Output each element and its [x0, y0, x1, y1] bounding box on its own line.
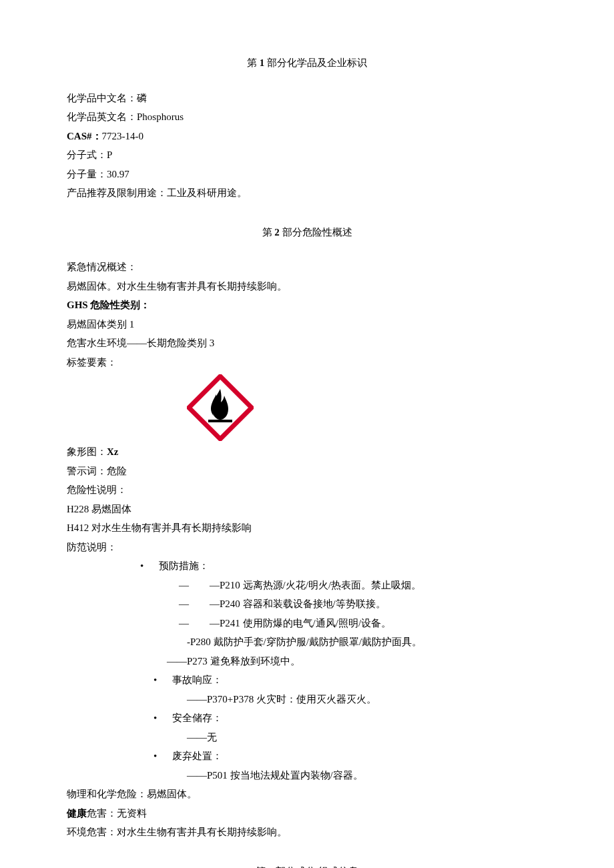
p370: ——P370+P378 火灾时：使用灭火器灭火。	[187, 690, 547, 709]
ghs-category-2: 危害水生环境——长期危险类别 3	[67, 334, 547, 353]
cn-name-label: 化学品中文名：	[67, 93, 137, 103]
health-rest: 危害：无资料	[87, 808, 147, 819]
p501: ——P501 按当地法规处置内装物/容器。	[187, 766, 547, 785]
dash-icon: —	[179, 594, 210, 614]
storage-item: •安全储存： ——无	[154, 709, 547, 747]
section3-heading: 第 3 部分成分/组成信息	[67, 862, 547, 869]
formula-label: 分子式：	[67, 149, 107, 160]
pictogram-label: 象形图：	[67, 446, 107, 457]
use-label: 产品推荐及限制用途：	[67, 187, 167, 198]
heading-post: 部分化学品及企业标识	[264, 57, 367, 68]
p210: ——P210 远离热源/火花/明火/热表面。禁止吸烟。	[179, 576, 547, 595]
mw-value: 30.97	[107, 169, 129, 179]
heading-num: 2	[274, 227, 280, 238]
env-label: 环境危害：	[67, 827, 117, 837]
label-elements: 标签要素：	[67, 353, 547, 372]
pictogram-code: Xz	[107, 446, 119, 457]
ghs-flammable-pictogram	[187, 374, 547, 441]
product-use: 产品推荐及限制用途：工业及科研用途。	[67, 183, 547, 203]
use-value: 工业及科研用途。	[167, 187, 247, 198]
heading-pre: 第	[247, 57, 260, 68]
cas-value: 7723-14-0	[102, 131, 144, 141]
dash-icon: —	[179, 576, 210, 595]
mw-label: 分子量：	[67, 169, 107, 179]
flame-icon	[187, 374, 254, 441]
cn-name-value: 磷	[137, 93, 147, 103]
en-name-value: Phosphorus	[137, 111, 184, 122]
p241: ——P241 使用防爆的电气/通风/照明/设备。	[179, 614, 547, 633]
heading-post: 部分危险性概述	[280, 227, 352, 238]
section1-heading: 第 1 部分化学品及企业标识	[67, 53, 547, 73]
phys-label: 物理和化学危险：	[67, 789, 147, 799]
response-label: 事故响应：	[172, 675, 222, 685]
bullet-icon: •	[154, 671, 172, 690]
health-hazard: 健康危害：无资料	[67, 804, 547, 823]
signal-value: 危险	[107, 466, 127, 476]
storage-value: ——无	[187, 728, 547, 747]
precaution-label: 防范说明：	[67, 538, 547, 557]
signal-label: 警示词：	[67, 466, 107, 476]
bullet-icon: •	[154, 709, 172, 728]
cas-label: CAS#：	[67, 131, 102, 141]
ghs-category-label: GHS 危险性类别：	[67, 296, 547, 315]
section2-heading: 第 2 部分危险性概述	[67, 223, 547, 242]
p273: ——P273 避免释放到环境中。	[167, 652, 547, 671]
response-item: •事故响应： ——P370+P378 火灾时：使用灭火器灭火。	[154, 671, 547, 709]
cas-number: CAS#：7723-14-0	[67, 127, 547, 146]
p280: -P280 戴防护手套/穿防护服/戴防护眼罩/戴防护面具。	[187, 632, 547, 652]
h228: H228 易燃固体	[67, 500, 547, 519]
health-label: 健康	[67, 808, 87, 819]
en-name-label: 化学品英文名：	[67, 111, 137, 122]
storage-label: 安全储存：	[172, 713, 222, 723]
chemical-cn-name: 化学品中文名：磷	[67, 89, 547, 108]
prevention-item: 预防措施： ——P210 远离热源/火花/明火/热表面。禁止吸烟。 ——P240…	[140, 556, 547, 671]
molecular-weight: 分子量：30.97	[67, 165, 547, 184]
ghs-category-1: 易燃固体类别 1	[67, 315, 547, 334]
disposal-item: •废弃处置： ——P501 按当地法规处置内装物/容器。	[154, 747, 547, 785]
signal-word: 警示词：危险	[67, 462, 547, 481]
environmental-hazard: 环境危害：对水生生物有害并具有长期持续影响。	[67, 823, 547, 842]
prevention-label: 预防措施：	[159, 560, 209, 571]
h412: H412 对水生生物有害并具有长期持续影响	[67, 518, 547, 538]
disposal-label: 废弃处置：	[172, 751, 222, 761]
dash-icon: —	[179, 614, 210, 633]
pictogram-line: 象形图：Xz	[67, 442, 547, 462]
emergency-overview-label: 紧急情况概述：	[67, 258, 547, 277]
heading-pre: 第	[262, 227, 275, 238]
env-value: 对水生生物有害并具有长期持续影响。	[117, 827, 287, 837]
chemical-en-name: 化学品英文名：Phosphorus	[67, 107, 547, 127]
p240: ——P240 容器和装载设备接地/等势联接。	[179, 594, 547, 614]
heading-pre: 第	[256, 866, 268, 869]
bullet-icon: •	[154, 747, 172, 766]
emergency-overview-text: 易燃固体。对水生生物有害并具有长期持续影响。	[67, 277, 547, 296]
heading-post: 部分成分/组成信息	[273, 866, 358, 869]
svg-rect-1	[208, 420, 232, 422]
physical-chemical-hazard: 物理和化学危险：易燃固体。	[67, 785, 547, 804]
phys-value: 易燃固体。	[147, 789, 197, 799]
molecular-formula: 分子式：P	[67, 145, 547, 165]
formula-value: P	[107, 149, 112, 160]
hazard-statements-label: 危险性说明：	[67, 480, 547, 500]
